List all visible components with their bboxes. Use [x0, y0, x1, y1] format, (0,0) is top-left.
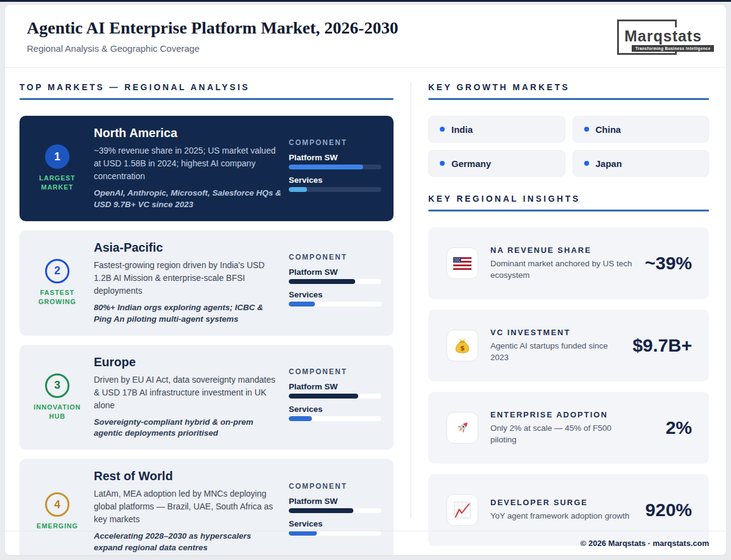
region-note: 80%+ Indian orgs exploring agents; ICBC …	[94, 302, 281, 325]
chart-up-icon	[447, 494, 478, 526]
insight-label: ENTERPRISE ADOPTION	[490, 410, 640, 419]
logo-tagline: Transforming Business Intelligence	[632, 45, 714, 52]
insight-description: Only 2% at scale — 45% of F500 piloting	[490, 423, 640, 446]
bar-label-platform: Platform SW	[289, 268, 381, 277]
marqstats-logo: Marqstats Transforming Business Intellig…	[617, 19, 705, 57]
region-text: Asia-Pacific Fastest-growing region driv…	[94, 241, 281, 325]
insight-label: NA REVENUE SHARE	[490, 246, 632, 255]
page-title: Agentic AI Enterprise Platform Market, 2…	[27, 18, 398, 38]
region-card-asia-pacific: 2 FASTEST GROWING Asia-Pacific Fastest-g…	[19, 230, 394, 336]
bar-track	[289, 394, 381, 399]
insight-description: YoY agent framework adoption growth	[490, 511, 629, 522]
bar-track	[289, 302, 381, 307]
insights-column: KEY GROWTH MARKETS India China Germany	[428, 82, 709, 531]
report-page: Agentic AI Enterprise Platform Market, 2…	[5, 5, 726, 555]
component-label: COMPONENT	[289, 482, 381, 491]
region-title: Asia-Pacific	[94, 241, 281, 255]
header: Agentic AI Enterprise Platform Market, 2…	[5, 5, 726, 68]
region-text: North America ~39% revenue share in 2025…	[94, 126, 281, 211]
bar-label-platform: Platform SW	[289, 153, 381, 162]
component-label: COMPONENT	[289, 138, 381, 147]
region-note: Sovereignty-compliant hybrid & on-prem a…	[94, 417, 281, 440]
footer-text: © 2026 Marqstats · marqstats.com	[581, 539, 709, 548]
bullet-dot-icon	[440, 127, 445, 132]
platform-bar	[289, 508, 353, 513]
rank-label: FASTEST GROWING	[28, 288, 87, 307]
bullet-dot-icon	[584, 161, 589, 166]
bar-label-services: Services	[289, 519, 381, 528]
bar-label-platform: Platform SW	[289, 497, 381, 506]
page-subtitle: Regional Analysis & Geographic Coverage	[27, 43, 398, 54]
money-bag-icon: $	[447, 330, 478, 361]
insight-description: Agentic AI startups funded since 2023	[490, 341, 620, 364]
chip-label: India	[451, 124, 473, 135]
regional-insights-heading: KEY REGIONAL INSIGHTS	[428, 194, 709, 204]
regional-analysis-column: TOP MARKETS — REGIONAL ANALYSIS 1 LARGES…	[19, 82, 394, 531]
rank-number: 2	[45, 259, 69, 283]
heading-rule	[19, 98, 394, 100]
component-label: COMPONENT	[289, 367, 381, 376]
insight-value: 2%	[666, 417, 692, 438]
logo-wordmark: Marqstats	[623, 27, 704, 45]
insight-text: DEVELOPER SURGE YoY agent framework adop…	[490, 498, 629, 522]
services-bar	[289, 187, 307, 192]
bullet-dot-icon	[584, 127, 589, 132]
column-divider	[411, 82, 411, 519]
svg-text:$: $	[460, 344, 465, 352]
rank-number: 3	[45, 374, 69, 398]
growth-market-chip-india: India	[428, 116, 565, 143]
main-content: TOP MARKETS — REGIONAL ANALYSIS 1 LARGES…	[5, 68, 726, 531]
component-breakdown: COMPONENT Platform SW Services	[289, 253, 381, 313]
growth-market-chip-germany: Germany	[428, 150, 565, 177]
bar-track	[289, 416, 381, 421]
component-breakdown: COMPONENT Platform SW Services	[289, 138, 381, 198]
region-card-europe: 3 INNOVATION HUB Europe Driven by EU AI …	[19, 345, 394, 450]
bar-track	[289, 279, 381, 284]
insight-label: VC INVESTMENT	[490, 328, 620, 337]
insight-text: NA REVENUE SHARE Dominant market anchore…	[490, 246, 632, 282]
services-bar	[289, 416, 312, 421]
rank-label: EMERGING	[28, 522, 87, 531]
rank-badge: 3 INNOVATION HUB	[28, 374, 87, 422]
component-breakdown: COMPONENT Platform SW Services	[289, 367, 381, 427]
bar-track	[289, 508, 381, 513]
insight-label: DEVELOPER SURGE	[490, 498, 629, 507]
rank-label: LARGEST MARKET	[28, 174, 87, 193]
bar-track	[289, 187, 381, 192]
region-title: Rest of World	[94, 469, 281, 483]
bar-label-services: Services	[289, 405, 381, 414]
header-titles: Agentic AI Enterprise Platform Market, 2…	[27, 18, 398, 54]
region-description: LatAm, MEA adoption led by MNCs deployin…	[94, 487, 281, 526]
region-note: OpenAI, Anthropic, Microsoft, Salesforce…	[94, 188, 281, 211]
rank-number: 1	[45, 144, 69, 169]
insight-text: ENTERPRISE ADOPTION Only 2% at scale — 4…	[490, 410, 640, 446]
bar-label-services: Services	[289, 290, 381, 299]
footer: © 2026 Marqstats · marqstats.com	[5, 531, 726, 555]
growth-markets-heading: KEY GROWTH MARKETS	[428, 82, 709, 92]
region-card-north-america: 1 LARGEST MARKET North America ~39% reve…	[19, 116, 394, 221]
platform-bar	[289, 279, 355, 284]
insight-card-vc-investment: $ VC INVESTMENT Agentic AI startups fund…	[428, 310, 709, 381]
platform-bar	[289, 394, 358, 399]
region-title: Europe	[94, 355, 281, 369]
insight-description: Dominant market anchored by US tech ecos…	[490, 258, 632, 282]
services-bar	[289, 302, 315, 307]
us-flag-icon	[447, 247, 478, 279]
growth-market-chip-japan: Japan	[573, 150, 710, 177]
region-description: Fastest-growing region driven by India's…	[94, 259, 281, 297]
rank-badge: 2 FASTEST GROWING	[28, 259, 87, 307]
chip-label: China	[596, 124, 621, 135]
insight-card-enterprise-adoption: ENTERPRISE ADOPTION Only 2% at scale — 4…	[428, 392, 709, 464]
component-label: COMPONENT	[289, 253, 381, 261]
growth-markets-grid: India China Germany Japan	[428, 116, 709, 177]
chip-label: Japan	[596, 158, 622, 169]
growth-market-chip-china: China	[573, 116, 710, 143]
chip-label: Germany	[451, 158, 491, 169]
region-title: North America	[94, 126, 281, 140]
insight-value: 920%	[645, 500, 692, 520]
heading-rule	[428, 98, 709, 100]
region-description: Driven by EU AI Act, data sovereignty ma…	[94, 374, 281, 412]
heading-rule	[428, 210, 709, 211]
rocket-icon	[447, 412, 478, 444]
bar-label-services: Services	[289, 175, 381, 185]
